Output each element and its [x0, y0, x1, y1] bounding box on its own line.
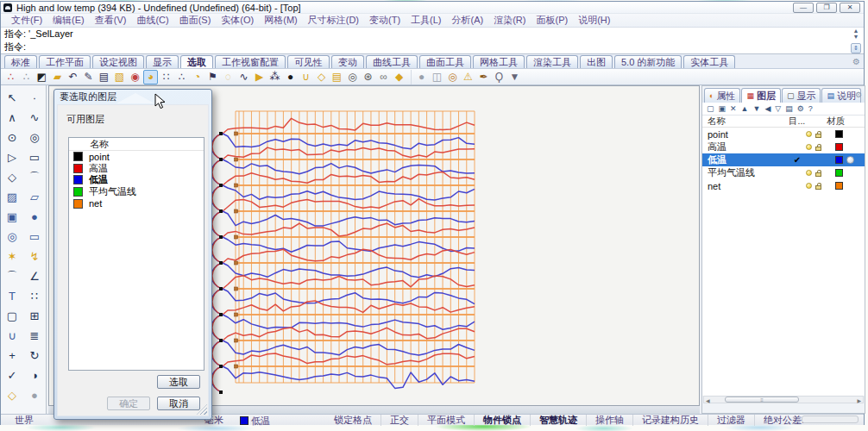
menu-item-1[interactable]: 文件(F): [6, 14, 47, 27]
fence-select-icon[interactable]: ▤: [97, 70, 111, 84]
torus-tool-icon[interactable]: ◎: [1, 227, 23, 247]
layer-row-低温[interactable]: 低温✔: [702, 153, 865, 166]
pen-icon[interactable]: ✒: [476, 70, 491, 84]
block-tool-icon[interactable]: ⊞: [23, 306, 46, 326]
toolbar-tab-4[interactable]: 显示: [146, 55, 179, 68]
select-pie-icon[interactable]: ◔: [190, 70, 204, 84]
dialog-layer-row-平均气温线[interactable]: 平均气温线: [69, 186, 204, 198]
layer-row-平均气温线[interactable]: 平均气温线: [702, 166, 865, 179]
point-grid-tool-icon[interactable]: ∷: [23, 286, 46, 306]
cplane-menu[interactable]: 世界: [15, 415, 34, 426]
select-points-icon[interactable]: ∴: [3, 70, 18, 84]
dialog-layer-row-net[interactable]: net: [69, 197, 204, 209]
lock-icon[interactable]: [815, 172, 821, 177]
toolbar-tab-3[interactable]: 设定视图: [92, 55, 144, 68]
select-open-surface-icon[interactable]: ∪: [299, 70, 313, 84]
status-toggle-记录建构历史[interactable]: 记录建构历史: [632, 415, 708, 426]
panel-tab-属性[interactable]: ◐属性: [704, 88, 740, 103]
move-up-icon[interactable]: ▲: [741, 104, 749, 113]
layer-color-swatch[interactable]: [835, 182, 843, 190]
command-expand-icon[interactable]: ⇕: [851, 43, 861, 53]
material-sphere-icon[interactable]: [846, 156, 854, 164]
minimize-button[interactable]: —: [793, 3, 814, 13]
scroll-down-icon[interactable]: ▼: [851, 34, 861, 40]
boolean-tool-icon[interactable]: ∪: [1, 326, 23, 346]
toolbar-tab-1[interactable]: 标准: [4, 55, 37, 68]
help-icon[interactable]: ?: [808, 104, 813, 113]
select-arrow-icon[interactable]: ↖: [1, 88, 23, 108]
ellipse-tool-icon[interactable]: ◎: [23, 128, 46, 147]
move-tool-icon[interactable]: +: [1, 346, 23, 365]
menu-item-4[interactable]: 曲线(C): [131, 14, 173, 27]
check-tool-icon[interactable]: ✓: [1, 365, 23, 385]
brush-select-icon[interactable]: ✎: [81, 70, 96, 84]
toolbar-tab-9[interactable]: 曲线工具: [366, 55, 418, 68]
fillet-tool-icon[interactable]: ⌒: [1, 266, 23, 286]
menu-item-3[interactable]: 查看(V): [90, 14, 132, 27]
select-sphere-icon[interactable]: ●: [283, 70, 298, 84]
layer-row-point[interactable]: point: [702, 128, 865, 141]
select-surface-icon[interactable]: ▰: [50, 70, 65, 84]
menu-item-14[interactable]: 说明(H): [573, 14, 615, 27]
command-area[interactable]: 指令: '_SelLayer 指令: ▲ ▼ ⇕: [1, 28, 864, 54]
restore-button[interactable]: ❐: [816, 3, 837, 13]
status-toggle-智慧轨迹[interactable]: 智慧轨迹: [530, 415, 586, 426]
array-tool-icon[interactable]: ≣: [23, 326, 46, 346]
toolbar-tab-10[interactable]: 曲面工具: [419, 55, 471, 68]
visibility-bulb-icon[interactable]: [806, 144, 812, 150]
select-spiral-icon[interactable]: ◎: [345, 70, 360, 84]
cone-tool-icon[interactable]: ▷: [1, 147, 23, 167]
layer-color-swatch[interactable]: [835, 169, 843, 177]
box-tool-icon[interactable]: ▣: [1, 207, 23, 227]
undo-selection-icon[interactable]: ↶: [66, 70, 80, 84]
toolbar-tab-15[interactable]: 实体工具: [683, 55, 735, 68]
status-toggle-正交[interactable]: 正交: [381, 415, 418, 426]
list-icon[interactable]: ▤: [785, 104, 793, 113]
select-button[interactable]: 选取: [157, 375, 200, 389]
select-color-icon[interactable]: ◉: [128, 70, 142, 84]
dialog-layer-row-point[interactable]: point: [69, 151, 204, 163]
warning-trio-icon[interactable]: ⚠: [461, 70, 475, 84]
magnifier-icon[interactable]: Ϙ: [492, 70, 506, 84]
gray-box-icon[interactable]: ◫: [430, 70, 444, 84]
ok-button[interactable]: 确定: [107, 397, 150, 410]
visibility-bulb-icon[interactable]: [806, 170, 812, 176]
polyline-tool-icon[interactable]: ∧: [1, 108, 23, 128]
toolbar-tab-6[interactable]: 工作视窗配置: [215, 55, 286, 68]
select-scatter-icon[interactable]: ∴: [174, 70, 189, 84]
target-icon[interactable]: ◎: [445, 70, 460, 84]
status-toggle-过滤器[interactable]: 过滤器: [708, 415, 754, 426]
toolbar-tab-8[interactable]: 变动: [331, 55, 364, 68]
select-curve-icon[interactable]: ∿: [236, 70, 251, 84]
status-toggle-锁定格点[interactable]: 锁定格点: [325, 415, 381, 426]
status-toggle-平面模式[interactable]: 平面模式: [418, 415, 474, 426]
deselect-points-icon[interactable]: ∴: [19, 70, 34, 84]
menu-item-2[interactable]: 编辑(E): [47, 14, 90, 27]
shade-tool-icon[interactable]: ◑: [23, 365, 46, 385]
select-flag-icon[interactable]: ⚑: [205, 70, 220, 84]
scrollbar-thumb[interactable]: ≡: [725, 397, 799, 403]
move-down-icon[interactable]: ▼: [753, 104, 761, 113]
status-toggle-操作轴[interactable]: 操作轴: [586, 415, 632, 426]
scroll-right-icon[interactable]: ▶: [857, 397, 861, 403]
menu-item-10[interactable]: 工具(L): [406, 14, 446, 27]
rotate-tool-icon[interactable]: ↻: [23, 346, 46, 365]
layer-row-高温[interactable]: 高温: [702, 141, 865, 153]
filter-funnel-icon[interactable]: ▼: [507, 70, 522, 84]
select-chain-icon[interactable]: ∞: [376, 70, 391, 84]
settings-icon[interactable]: ⚙: [797, 104, 804, 113]
panel-gear-icon[interactable]: ⚙: [855, 91, 862, 99]
select-group-icon[interactable]: ⁂: [267, 70, 282, 84]
command-prompt-line[interactable]: 指令:: [1, 41, 864, 53]
select-stack-icon[interactable]: ▤: [330, 70, 344, 84]
group-tool-icon[interactable]: ▢: [1, 306, 23, 326]
visibility-bulb-icon[interactable]: [806, 183, 812, 189]
layer-color-swatch[interactable]: [835, 130, 843, 138]
command-scroll[interactable]: ▲ ▼ ⇕: [851, 28, 861, 54]
curve-tool-icon[interactable]: ∿: [23, 108, 46, 128]
menu-item-5[interactable]: 曲面(S): [174, 14, 217, 27]
layer-row-net[interactable]: net: [702, 179, 865, 192]
explode-tool-icon[interactable]: ✶: [1, 247, 23, 266]
delete-layer-icon[interactable]: ✕: [730, 104, 737, 113]
dialog-layer-row-高温[interactable]: 高温: [69, 163, 204, 175]
